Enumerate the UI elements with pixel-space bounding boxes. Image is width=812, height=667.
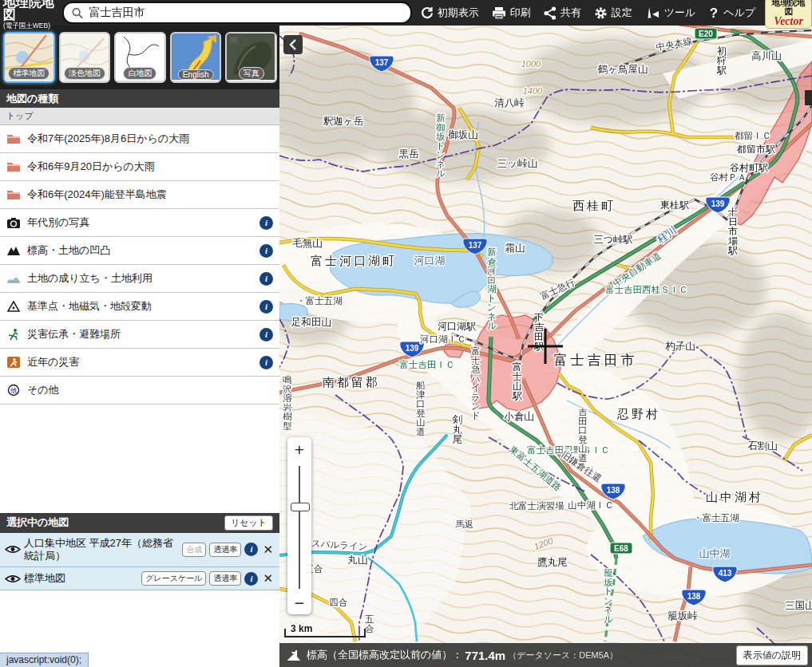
expressway-shield: E68 bbox=[610, 543, 632, 554]
evacuation-icon bbox=[6, 328, 21, 341]
map-label: 石割山 bbox=[747, 440, 778, 452]
grayscale-chip[interactable]: グレースケール bbox=[141, 571, 206, 586]
map-label: 河口湖ＩＣ bbox=[419, 334, 466, 344]
help-icon: ? bbox=[708, 6, 719, 20]
map-label: 富士吉田市 bbox=[554, 353, 638, 368]
sidebar-item-control-points[interactable]: 基準点・地磁気・地殻変動 i bbox=[0, 293, 279, 321]
map-label: 毛無山 bbox=[292, 238, 323, 249]
layer-row-did[interactable]: 人口集中地区 平成27年（総務省統計局） 合成 透過率 i ✕ bbox=[0, 533, 279, 568]
button-label: ツール bbox=[664, 6, 696, 20]
search-icon bbox=[72, 7, 83, 19]
eye-icon[interactable] bbox=[5, 574, 21, 584]
sidebar-item-label: 令和6年(2024年)能登半島地震 bbox=[27, 187, 273, 202]
basemap-standard[interactable]: 標準地図 bbox=[3, 32, 55, 83]
sidebar-item-label: 災害伝承・避難場所 bbox=[27, 327, 259, 341]
map-label: 籠坂トンネル bbox=[604, 568, 613, 624]
app-header: 地理院地図 (電子国土WEB) 初期表示 印刷 bbox=[0, 0, 812, 26]
map-label: 谷村町駅 bbox=[730, 162, 768, 173]
eye-icon[interactable] bbox=[5, 544, 21, 555]
info-icon[interactable]: i bbox=[244, 543, 258, 556]
sidebar-item-heavyrain-2025[interactable]: 令和7年(2025年)8月6日からの大雨 bbox=[0, 125, 279, 153]
map-label: 鶴ヶ鳥屋山 bbox=[598, 64, 648, 75]
remove-layer-button[interactable]: ✕ bbox=[261, 571, 275, 586]
sidebar-item-recent-disasters[interactable]: 近年の災害 i bbox=[0, 349, 279, 377]
print-button[interactable]: 印刷 bbox=[492, 6, 531, 20]
layer-name: 人口集中地区 平成27年（総務省統計局） bbox=[24, 537, 179, 563]
map-label: 鷹丸尾 bbox=[537, 557, 568, 568]
map-kind-title: 地図の種類 bbox=[0, 89, 279, 108]
sidebar-item-noto-earthquake[interactable]: 令和6年(2024年)能登半島地震 bbox=[0, 181, 279, 209]
basemap-photo[interactable]: 写真 bbox=[225, 32, 277, 83]
zoom-out-button[interactable]: − bbox=[287, 594, 311, 611]
map-label: 五合 bbox=[364, 614, 374, 633]
gsi-vector-badge[interactable]: 地理院地図 Vector bbox=[765, 0, 812, 29]
reset-view-button[interactable]: 初期表示 bbox=[420, 6, 479, 20]
map-label: 霜山 bbox=[505, 243, 525, 254]
info-icon[interactable]: i bbox=[259, 300, 273, 314]
basemap-label: 写真 bbox=[239, 67, 264, 80]
value-description-button[interactable]: 表示値の説明 bbox=[736, 645, 808, 665]
settings-button[interactable]: 設定 bbox=[594, 6, 632, 20]
map-area[interactable]: 137137139139138138413E20E68 富士河口湖町西桂町富士吉… bbox=[279, 26, 812, 667]
map-label: ・富士五湖 bbox=[693, 513, 739, 523]
zoom-slider-track[interactable] bbox=[299, 466, 300, 589]
sidebar-item-others[interactable]: 他 その他 bbox=[0, 377, 279, 405]
chevron-left-icon bbox=[289, 39, 297, 50]
basemap-english[interactable]: English bbox=[170, 32, 222, 83]
search-box[interactable] bbox=[62, 2, 412, 24]
info-icon[interactable]: i bbox=[259, 244, 273, 258]
map-label: 足和田山 bbox=[291, 317, 331, 328]
svg-text:137: 137 bbox=[469, 241, 482, 250]
blend-chip[interactable]: 合成 bbox=[182, 543, 206, 557]
opacity-chip[interactable]: 透過率 bbox=[209, 571, 241, 586]
info-icon[interactable]: i bbox=[259, 272, 273, 286]
map-label: 三つ峠駅 bbox=[594, 234, 632, 245]
reset-button[interactable]: リセット bbox=[224, 515, 273, 531]
breadcrumb[interactable]: トップ bbox=[0, 108, 279, 125]
map-label: 馬返 bbox=[456, 519, 474, 529]
info-icon[interactable]: i bbox=[259, 356, 273, 369]
map-label: 籠坂峠 bbox=[667, 610, 698, 622]
svg-text:E20: E20 bbox=[699, 30, 713, 38]
opacity-chip[interactable]: 透過率 bbox=[209, 543, 241, 557]
tools-icon bbox=[645, 6, 660, 20]
info-icon[interactable]: i bbox=[259, 216, 273, 230]
layer-row-standard[interactable]: 標準地図 グレースケール 透過率 i ✕ bbox=[0, 567, 279, 590]
map-canvas[interactable]: 137137139139138138413E20E68 富士河口湖町西桂町富士吉… bbox=[279, 26, 812, 667]
map-label: 十日市場駅 bbox=[728, 207, 738, 256]
zoom-in-button[interactable]: + bbox=[287, 441, 311, 458]
info-icon[interactable]: i bbox=[259, 328, 273, 341]
selected-maps-title: 選択中の地図 bbox=[6, 515, 69, 530]
collapse-panel-button[interactable] bbox=[283, 35, 303, 54]
tools-button[interactable]: ツール bbox=[645, 6, 696, 20]
disaster-icon bbox=[6, 356, 21, 369]
basemap-blank[interactable]: 白地図 bbox=[114, 32, 166, 83]
info-icon[interactable]: i bbox=[244, 572, 258, 586]
other-icon: 他 bbox=[6, 384, 21, 397]
pointer-arrow-icon bbox=[287, 649, 300, 661]
sidebar-item-photos-by-era[interactable]: 年代別の写真 i bbox=[0, 209, 279, 237]
remove-layer-button[interactable]: ✕ bbox=[261, 543, 275, 557]
map-label: 都留市駅 bbox=[736, 144, 775, 155]
sidebar-item-label: その他 bbox=[27, 383, 273, 397]
elevation-status-bar: 標高（全国標高改定以前の値）： 771.4m （データソース：DEM5A） 表示… bbox=[279, 643, 812, 667]
map-label: 北富士演習場 bbox=[509, 501, 565, 511]
sidebar-item-landform[interactable]: 土地の成り立ち・土地利用 i bbox=[0, 265, 279, 293]
landform-icon bbox=[6, 272, 21, 285]
svg-text:?: ? bbox=[710, 6, 718, 20]
app-logo: 地理院地図 (電子国土WEB) bbox=[0, 0, 61, 30]
sidebar-item-evacuation[interactable]: 災害伝承・避難場所 i bbox=[0, 321, 279, 349]
help-button[interactable]: ? ヘルプ bbox=[708, 6, 755, 20]
share-button[interactable]: 共有 bbox=[544, 6, 581, 20]
right-edge-tab[interactable] bbox=[805, 90, 812, 105]
sidebar-item-heavyrain-2024[interactable]: 令和6年9月20日からの大雨 bbox=[0, 153, 279, 181]
zoom-slider-handle[interactable] bbox=[291, 503, 310, 511]
search-input[interactable] bbox=[88, 6, 402, 20]
svg-text:139: 139 bbox=[711, 199, 725, 208]
basemap-pale[interactable]: 淡色地図 bbox=[59, 32, 111, 83]
map-label: 船津口登山道 bbox=[415, 381, 426, 436]
map-label: 杓子山 bbox=[664, 341, 695, 352]
sidebar-item-elevation[interactable]: 標高・土地の凹凸 i bbox=[0, 237, 279, 265]
header-buttons: 初期表示 印刷 共有 bbox=[420, 6, 756, 20]
map-label: 谷村ＰＡ bbox=[710, 172, 747, 182]
